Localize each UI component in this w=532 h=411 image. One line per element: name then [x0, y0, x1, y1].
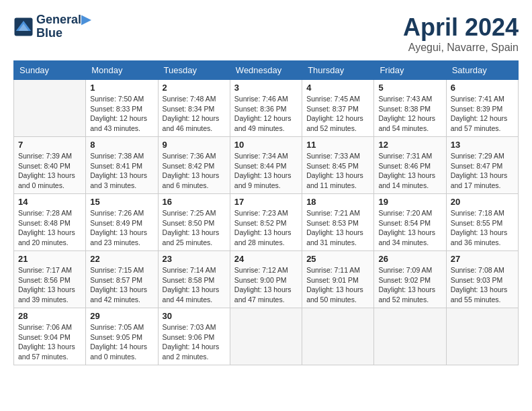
day-info: Sunrise: 7:08 AM Sunset: 9:03 PM Dayligh… [451, 265, 514, 305]
calendar-cell: 28Sunrise: 7:06 AM Sunset: 9:04 PM Dayli… [14, 308, 86, 365]
calendar-cell: 29Sunrise: 7:05 AM Sunset: 9:05 PM Dayli… [86, 308, 158, 365]
day-number: 7 [18, 140, 81, 150]
calendar-cell: 9Sunrise: 7:36 AM Sunset: 8:42 PM Daylig… [158, 137, 230, 194]
day-of-week-header: Monday [86, 61, 158, 80]
day-number: 2 [163, 83, 226, 93]
day-info: Sunrise: 7:11 AM Sunset: 9:01 PM Dayligh… [306, 265, 369, 305]
day-info: Sunrise: 7:05 AM Sunset: 9:05 PM Dayligh… [90, 322, 153, 362]
day-info: Sunrise: 7:29 AM Sunset: 8:47 PM Dayligh… [451, 151, 514, 191]
calendar-cell: 2Sunrise: 7:48 AM Sunset: 8:34 PM Daylig… [158, 80, 230, 137]
calendar-cell: 11Sunrise: 7:33 AM Sunset: 8:45 PM Dayli… [302, 137, 374, 194]
day-info: Sunrise: 7:20 AM Sunset: 8:54 PM Dayligh… [378, 208, 441, 248]
day-info: Sunrise: 7:34 AM Sunset: 8:44 PM Dayligh… [234, 151, 298, 191]
calendar-cell: 4Sunrise: 7:45 AM Sunset: 8:37 PM Daylig… [302, 80, 374, 137]
day-info: Sunrise: 7:48 AM Sunset: 8:34 PM Dayligh… [163, 94, 226, 134]
logo-text: General▶ Blue [36, 13, 91, 40]
day-info: Sunrise: 7:26 AM Sunset: 8:49 PM Dayligh… [90, 208, 153, 248]
location-title: Ayegui, Navarre, Spain [403, 42, 519, 54]
day-info: Sunrise: 7:36 AM Sunset: 8:42 PM Dayligh… [163, 151, 226, 191]
day-info: Sunrise: 7:50 AM Sunset: 8:33 PM Dayligh… [90, 94, 153, 134]
day-number: 28 [18, 311, 81, 321]
day-number: 23 [163, 254, 226, 264]
calendar-cell [374, 308, 446, 365]
day-number: 15 [90, 197, 153, 207]
day-number: 9 [163, 140, 226, 150]
calendar-week-row: 21Sunrise: 7:17 AM Sunset: 8:56 PM Dayli… [14, 251, 519, 308]
day-of-week-header: Sunday [14, 61, 86, 80]
day-info: Sunrise: 7:18 AM Sunset: 8:55 PM Dayligh… [451, 208, 514, 248]
day-of-week-header: Tuesday [158, 61, 230, 80]
calendar-cell: 30Sunrise: 7:03 AM Sunset: 9:06 PM Dayli… [158, 308, 230, 365]
day-number: 16 [163, 197, 226, 207]
day-info: Sunrise: 7:38 AM Sunset: 8:41 PM Dayligh… [90, 151, 153, 191]
calendar-cell: 27Sunrise: 7:08 AM Sunset: 9:03 PM Dayli… [446, 251, 518, 308]
logo-icon [13, 17, 34, 37]
calendar-cell: 6Sunrise: 7:41 AM Sunset: 8:39 PM Daylig… [446, 80, 518, 137]
day-info: Sunrise: 7:25 AM Sunset: 8:50 PM Dayligh… [163, 208, 226, 248]
day-info: Sunrise: 7:41 AM Sunset: 8:39 PM Dayligh… [451, 94, 514, 134]
day-number: 8 [90, 140, 153, 150]
day-number: 21 [18, 254, 81, 264]
day-info: Sunrise: 7:39 AM Sunset: 8:40 PM Dayligh… [18, 151, 81, 191]
day-of-week-header: Wednesday [230, 61, 302, 80]
calendar-cell: 16Sunrise: 7:25 AM Sunset: 8:50 PM Dayli… [158, 194, 230, 251]
day-number: 24 [234, 254, 298, 264]
day-number: 25 [306, 254, 369, 264]
day-info: Sunrise: 7:17 AM Sunset: 8:56 PM Dayligh… [18, 265, 81, 305]
day-number: 6 [451, 83, 514, 93]
day-number: 22 [90, 254, 153, 264]
day-info: Sunrise: 7:09 AM Sunset: 9:02 PM Dayligh… [378, 265, 441, 305]
day-of-week-header: Saturday [446, 61, 518, 80]
day-info: Sunrise: 7:46 AM Sunset: 8:36 PM Dayligh… [234, 94, 298, 134]
calendar-cell: 25Sunrise: 7:11 AM Sunset: 9:01 PM Dayli… [302, 251, 374, 308]
calendar-cell [446, 308, 518, 365]
day-number: 1 [90, 83, 153, 93]
calendar-cell: 12Sunrise: 7:31 AM Sunset: 8:46 PM Dayli… [374, 137, 446, 194]
day-number: 14 [18, 197, 81, 207]
day-info: Sunrise: 7:45 AM Sunset: 8:37 PM Dayligh… [306, 94, 369, 134]
calendar-week-row: 1Sunrise: 7:50 AM Sunset: 8:33 PM Daylig… [14, 80, 519, 137]
day-info: Sunrise: 7:14 AM Sunset: 8:58 PM Dayligh… [163, 265, 226, 305]
day-number: 11 [306, 140, 369, 150]
calendar-cell: 17Sunrise: 7:23 AM Sunset: 8:52 PM Dayli… [230, 194, 302, 251]
day-info: Sunrise: 7:43 AM Sunset: 8:38 PM Dayligh… [378, 94, 441, 134]
day-number: 17 [234, 197, 298, 207]
calendar-cell: 7Sunrise: 7:39 AM Sunset: 8:40 PM Daylig… [14, 137, 86, 194]
logo: General▶ Blue [13, 13, 91, 40]
calendar-cell: 5Sunrise: 7:43 AM Sunset: 8:38 PM Daylig… [374, 80, 446, 137]
calendar-cell: 19Sunrise: 7:20 AM Sunset: 8:54 PM Dayli… [374, 194, 446, 251]
calendar-cell: 15Sunrise: 7:26 AM Sunset: 8:49 PM Dayli… [86, 194, 158, 251]
day-number: 13 [451, 140, 514, 150]
day-of-week-header: Friday [374, 61, 446, 80]
calendar-cell: 20Sunrise: 7:18 AM Sunset: 8:55 PM Dayli… [446, 194, 518, 251]
day-number: 10 [234, 140, 298, 150]
day-number: 30 [163, 311, 226, 321]
day-number: 3 [234, 83, 298, 93]
day-info: Sunrise: 7:21 AM Sunset: 8:53 PM Dayligh… [306, 208, 369, 248]
day-info: Sunrise: 7:33 AM Sunset: 8:45 PM Dayligh… [306, 151, 369, 191]
day-number: 18 [306, 197, 369, 207]
day-info: Sunrise: 7:03 AM Sunset: 9:06 PM Dayligh… [163, 322, 226, 362]
calendar-cell [302, 308, 374, 365]
day-info: Sunrise: 7:31 AM Sunset: 8:46 PM Dayligh… [378, 151, 441, 191]
calendar-header-row: SundayMondayTuesdayWednesdayThursdayFrid… [14, 61, 519, 80]
day-info: Sunrise: 7:06 AM Sunset: 9:04 PM Dayligh… [18, 322, 81, 362]
day-number: 26 [378, 254, 441, 264]
calendar-cell: 22Sunrise: 7:15 AM Sunset: 8:57 PM Dayli… [86, 251, 158, 308]
calendar-week-row: 28Sunrise: 7:06 AM Sunset: 9:04 PM Dayli… [14, 308, 519, 365]
day-of-week-header: Thursday [302, 61, 374, 80]
day-info: Sunrise: 7:12 AM Sunset: 9:00 PM Dayligh… [234, 265, 298, 305]
calendar-cell: 26Sunrise: 7:09 AM Sunset: 9:02 PM Dayli… [374, 251, 446, 308]
day-number: 5 [378, 83, 441, 93]
day-number: 12 [378, 140, 441, 150]
month-title: April 2024 [403, 13, 519, 42]
calendar-cell: 21Sunrise: 7:17 AM Sunset: 8:56 PM Dayli… [14, 251, 86, 308]
calendar-week-row: 7Sunrise: 7:39 AM Sunset: 8:40 PM Daylig… [14, 137, 519, 194]
calendar-cell: 13Sunrise: 7:29 AM Sunset: 8:47 PM Dayli… [446, 137, 518, 194]
day-info: Sunrise: 7:28 AM Sunset: 8:48 PM Dayligh… [18, 208, 81, 248]
day-number: 19 [378, 197, 441, 207]
calendar-cell [230, 308, 302, 365]
calendar-cell: 14Sunrise: 7:28 AM Sunset: 8:48 PM Dayli… [14, 194, 86, 251]
day-number: 29 [90, 311, 153, 321]
calendar-cell: 10Sunrise: 7:34 AM Sunset: 8:44 PM Dayli… [230, 137, 302, 194]
